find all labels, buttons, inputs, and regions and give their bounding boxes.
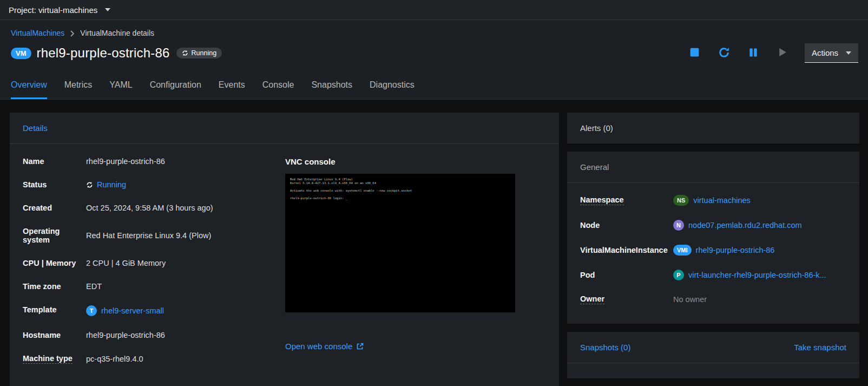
project-bar: Project: virtual-machines [0, 0, 868, 20]
sync-icon [86, 181, 93, 188]
project-selector-label: Project: virtual-machines [9, 5, 97, 15]
template-link[interactable]: rhel9-server-small [101, 306, 164, 315]
detail-row-machine-type: Machine type pc-q35-rhel9.4.0 [23, 354, 285, 364]
details-list: Name rhel9-purple-ostrich-86 Status [23, 157, 285, 378]
open-web-console-link[interactable]: Open web console [285, 342, 364, 351]
general-card-title: General [580, 162, 609, 172]
breadcrumb-separator-icon [70, 30, 74, 37]
overview-content: Details Name rhel9-purple-ostrich-86 Sta… [0, 100, 868, 386]
detail-row-cpu-memory: CPU | Memory 2 CPU | 4 GiB Memory [23, 259, 285, 267]
vmi-resource-badge: VMI [673, 245, 692, 256]
vmi-link[interactable]: rhel9-purple-ostrich-86 [696, 246, 775, 254]
detail-row-hostname: Hostname rhel9-purple-ostrich-86 [23, 331, 285, 339]
stop-icon [689, 47, 700, 60]
restart-button[interactable] [717, 45, 731, 61]
tab-diagnostics[interactable]: Diagnostics [370, 78, 415, 99]
snapshots-card-header: Snapshots (0) Take snapshot [567, 332, 859, 363]
vnc-terminal-text: Red Hat Enterprise Linux 9.4 (Plow) Kern… [290, 178, 510, 200]
take-snapshot-link[interactable]: Take snapshot [794, 343, 846, 352]
general-row-owner: Owner No owner [580, 295, 846, 304]
details-card-header: Details [10, 113, 559, 143]
details-card-title-link[interactable]: Details [23, 123, 48, 133]
pod-resource-badge: P [673, 270, 684, 280]
alerts-card-header[interactable]: Alerts (0) [567, 113, 859, 143]
actions-dropdown-label: Actions [812, 48, 838, 57]
pause-button[interactable] [747, 46, 760, 61]
owner-value: No owner [673, 295, 707, 304]
details-card: Details Name rhel9-purple-ostrich-86 Sta… [10, 113, 559, 386]
snapshots-card-title-link[interactable]: Snapshots (0) [580, 343, 630, 352]
alerts-card-title: Alerts (0) [580, 123, 613, 133]
node-resource-badge: N [673, 220, 684, 231]
snapshots-card: Snapshots (0) Take snapshot [567, 332, 859, 378]
caret-down-icon [846, 51, 851, 55]
detail-row-name: Name rhel9-purple-ostrich-86 [23, 157, 285, 166]
actions-dropdown-button[interactable]: Actions [805, 43, 858, 63]
breadcrumb-current: VirtualMachine details [80, 29, 154, 37]
detail-row-os: Operating system Red Hat Enterprise Linu… [23, 227, 285, 244]
tab-bar: Overview Metrics YAML Configuration Even… [11, 78, 859, 99]
project-selector[interactable]: Project: virtual-machines [9, 5, 110, 15]
pod-link[interactable]: virt-launcher-rhel9-purple-ostrich-86-k.… [688, 271, 826, 279]
details-card-body: Name rhel9-purple-ostrich-86 Status [10, 144, 559, 386]
namespace-resource-badge: NS [673, 195, 689, 206]
breadcrumb-link-virtualmachines[interactable]: VirtualMachines [11, 29, 64, 37]
title-row: VM rhel9-purple-ostrich-86 Running [11, 43, 859, 63]
general-card-header: General [567, 152, 859, 182]
tab-snapshots[interactable]: Snapshots [311, 78, 352, 99]
tab-events[interactable]: Events [219, 78, 245, 99]
node-link[interactable]: node07.pemlab.rdu2.redhat.com [688, 221, 802, 230]
vm-kind-badge: VM [11, 48, 31, 59]
general-row-vmi: VirtualMachineInstance VMI rhel9-purple-… [580, 245, 846, 256]
vnc-console-screen[interactable]: Red Hat Enterprise Linux 9.4 (Plow) Kern… [285, 174, 515, 312]
detail-row-template: Template T rhel9-server-small [23, 305, 285, 316]
detail-row-timezone: Time zone EDT [23, 282, 285, 291]
sync-icon [182, 50, 188, 56]
tab-console[interactable]: Console [262, 78, 294, 99]
right-column: Alerts (0) General Namespace NS virtual-… [567, 113, 859, 378]
vnc-console-title: VNC console [285, 157, 546, 166]
pause-icon [748, 47, 759, 60]
general-row-node: Node N node07.pemlab.rdu2.redhat.com [580, 220, 846, 231]
stop-button[interactable] [688, 45, 701, 61]
general-row-pod: Pod P virt-launcher-rhel9-purple-ostrich… [580, 270, 846, 280]
tab-configuration[interactable]: Configuration [150, 78, 201, 99]
tab-yaml[interactable]: YAML [109, 78, 132, 99]
vm-action-toolbar: Actions [688, 43, 859, 63]
external-link-icon [356, 343, 364, 350]
namespace-link[interactable]: virtual-machines [693, 196, 751, 205]
snapshots-card-body [567, 363, 859, 378]
detail-row-created: Created Oct 25, 2024, 9:58 AM (3 hours a… [23, 204, 285, 212]
vm-status-link[interactable]: Running [97, 180, 126, 189]
restart-icon [718, 47, 730, 60]
breadcrumb: VirtualMachines VirtualMachine details [11, 29, 859, 37]
general-list: Namespace NS virtual-machines Node N nod… [567, 183, 859, 324]
page-header: VirtualMachines VirtualMachine details V… [0, 20, 868, 100]
caret-down-icon [105, 8, 110, 11]
vnc-console-section: VNC console Red Hat Enterprise Linux 9.4… [285, 157, 546, 378]
alerts-card: Alerts (0) [567, 113, 859, 143]
tab-overview[interactable]: Overview [11, 78, 47, 99]
template-resource-badge: T [86, 305, 97, 316]
general-card: General Namespace NS virtual-machines No… [567, 152, 859, 324]
play-icon [777, 47, 788, 60]
vm-status-label: Running [192, 49, 217, 57]
general-row-namespace: Namespace NS virtual-machines [580, 195, 846, 206]
tab-metrics[interactable]: Metrics [64, 78, 93, 99]
page-title: rhel9-purple-ostrich-86 [37, 45, 170, 61]
vm-status-badge[interactable]: Running [176, 48, 222, 58]
detail-row-status: Status Running [23, 180, 285, 189]
start-button[interactable] [775, 45, 789, 61]
